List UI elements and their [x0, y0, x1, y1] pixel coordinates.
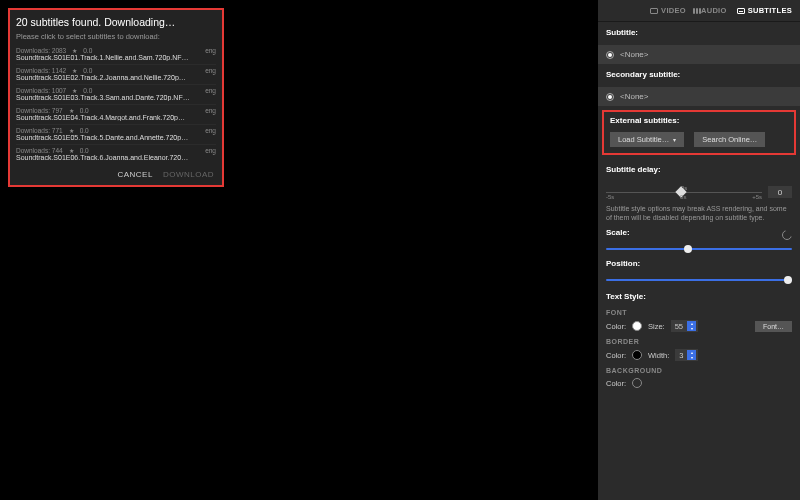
language-label: eng	[205, 147, 216, 154]
radio-icon	[606, 93, 614, 101]
font-color-label: Color:	[606, 322, 626, 331]
delay-value-field[interactable]: 0	[768, 186, 792, 198]
tab-subtitles[interactable]: SUBTITLES	[737, 6, 792, 15]
rating: 0.0	[83, 67, 92, 74]
audio-icon	[696, 8, 698, 14]
dialog-title: 20 subtitles found. Downloading…	[16, 14, 216, 32]
list-item[interactable]: Downloads: 744★0.0engSoundtrack.S01E06.T…	[16, 144, 216, 164]
scale-control: Scale:	[598, 226, 800, 257]
star-icon: ★	[69, 127, 74, 134]
downloads-count: Downloads: 1007	[16, 87, 66, 94]
load-subtitle-label: Load Subtitle…	[618, 135, 669, 144]
border-width-value: 3	[679, 351, 683, 360]
downloads-count: Downloads: 797	[16, 107, 63, 114]
search-online-button[interactable]: Search Online…	[694, 132, 765, 147]
tab-video-label: VIDEO	[661, 6, 686, 15]
list-item[interactable]: Downloads: 2083★0.0engSoundtrack.S01E01.…	[16, 45, 216, 64]
rating: 0.0	[83, 87, 92, 94]
cancel-button[interactable]: CANCEL	[117, 170, 152, 179]
subtitle-delay-slider[interactable]: 0s -5s 0s +5s 0	[598, 182, 800, 202]
chevron-down-icon: ▾	[673, 136, 676, 143]
font-size-label: Size:	[648, 322, 665, 331]
secondary-subtitle-option-none[interactable]: <None>	[598, 87, 800, 106]
language-label: eng	[205, 67, 216, 74]
font-size-field[interactable]: 55▴▾	[671, 320, 698, 332]
primary-subtitle-label: Subtitle:	[606, 28, 792, 41]
settings-panel: VIDEO AUDIO SUBTITLES Subtitle: <None> S…	[598, 0, 800, 500]
subtitle-filename: Soundtrack.S01E05.Track.5.Dante.and.Anne…	[16, 134, 216, 141]
language-label: eng	[205, 47, 216, 54]
secondary-subtitle-label: Secondary subtitle:	[606, 70, 792, 83]
radio-icon	[606, 51, 614, 59]
language-label: eng	[205, 107, 216, 114]
subtitle-delay-label: Subtitle delay:	[606, 165, 792, 178]
subtitle-filename: Soundtrack.S01E03.Track.3.Sam.and.Dante.…	[16, 94, 216, 101]
primary-subtitle-section: Subtitle:	[598, 22, 800, 45]
option-none-label: <None>	[620, 92, 648, 101]
download-button[interactable]: DOWNLOAD	[163, 170, 214, 179]
border-width-label: Width:	[648, 351, 669, 360]
border-color-swatch[interactable]	[632, 350, 642, 360]
panel-tabs: VIDEO AUDIO SUBTITLES	[598, 0, 800, 22]
subtitle-filename: Soundtrack.S01E01.Track.1.Nellie.and.Sam…	[16, 54, 216, 61]
font-button[interactable]: Font…	[755, 321, 792, 332]
list-item[interactable]: Downloads: 1007★0.0engSoundtrack.S01E03.…	[16, 84, 216, 104]
star-icon: ★	[72, 47, 77, 54]
list-item[interactable]: Downloads: 771★0.0engSoundtrack.S01E05.T…	[16, 124, 216, 144]
subtitles-icon	[737, 8, 745, 14]
slider-thumb[interactable]	[684, 245, 692, 253]
position-slider[interactable]	[606, 276, 792, 286]
font-category-label: FONT	[606, 305, 792, 318]
downloads-count: Downloads: 744	[16, 147, 63, 154]
dialog-actions: CANCEL DOWNLOAD	[16, 164, 216, 181]
reset-scale-icon[interactable]	[782, 230, 792, 240]
text-style-section: Text Style: FONT Color: Size: 55▴▾ Font……	[598, 288, 800, 394]
background-category-label: BACKGROUND	[606, 363, 792, 376]
star-icon: ★	[72, 87, 77, 94]
font-size-value: 55	[675, 322, 683, 331]
scale-slider[interactable]	[606, 245, 792, 255]
list-item[interactable]: Downloads: 1142★0.0engSoundtrack.S01E02.…	[16, 64, 216, 84]
secondary-subtitle-section: Secondary subtitle:	[598, 64, 800, 87]
text-style-label: Text Style:	[606, 292, 792, 305]
tab-audio[interactable]: AUDIO	[696, 6, 727, 15]
subtitle-filename: Soundtrack.S01E06.Track.6.Joanna.and.Ele…	[16, 154, 216, 161]
external-subtitles-section: External subtitles: Load Subtitle…▾ Sear…	[602, 110, 796, 155]
delay-center-label: 0s	[680, 194, 686, 200]
star-icon: ★	[72, 67, 77, 74]
tab-subtitles-label: SUBTITLES	[748, 6, 792, 15]
rating: 0.0	[80, 147, 89, 154]
list-item[interactable]: Downloads: 797★0.0engSoundtrack.S01E04.T…	[16, 104, 216, 124]
stepper-icon[interactable]: ▴▾	[687, 350, 696, 360]
subtitle-filename: Soundtrack.S01E04.Track.4.Margot.and.Fra…	[16, 114, 216, 121]
rating: 0.0	[80, 127, 89, 134]
rating: 0.0	[80, 107, 89, 114]
stepper-icon[interactable]: ▴▾	[687, 321, 696, 331]
load-subtitle-button[interactable]: Load Subtitle…▾	[610, 132, 684, 147]
slider-thumb[interactable]	[784, 276, 792, 284]
background-color-label: Color:	[606, 379, 626, 388]
external-subtitles-label: External subtitles:	[610, 116, 788, 129]
downloads-count: Downloads: 1142	[16, 67, 66, 74]
background-color-swatch[interactable]	[632, 378, 642, 388]
border-width-field[interactable]: 3▴▾	[675, 349, 698, 361]
subtitle-filename: Soundtrack.S01E02.Track.2.Joanna.and.Nel…	[16, 74, 216, 81]
font-color-swatch[interactable]	[632, 321, 642, 331]
primary-subtitle-option-none[interactable]: <None>	[598, 45, 800, 64]
position-label: Position:	[606, 259, 792, 272]
subtitle-list: Downloads: 2083★0.0engSoundtrack.S01E01.…	[16, 45, 216, 164]
delay-min-label: -5s	[606, 194, 614, 200]
style-note: Subtitle style options may break ASS ren…	[598, 202, 800, 226]
tab-video[interactable]: VIDEO	[650, 6, 686, 15]
video-icon	[650, 8, 658, 14]
border-color-label: Color:	[606, 351, 626, 360]
border-category-label: BORDER	[606, 334, 792, 347]
subtitle-delay-section: Subtitle delay:	[598, 159, 800, 182]
star-icon: ★	[69, 147, 74, 154]
rating: 0.0	[83, 47, 92, 54]
language-label: eng	[205, 87, 216, 94]
star-icon: ★	[69, 107, 74, 114]
tab-audio-label: AUDIO	[701, 6, 727, 15]
dialog-subtitle: Please click to select subtitles to down…	[16, 32, 216, 45]
language-label: eng	[205, 127, 216, 134]
